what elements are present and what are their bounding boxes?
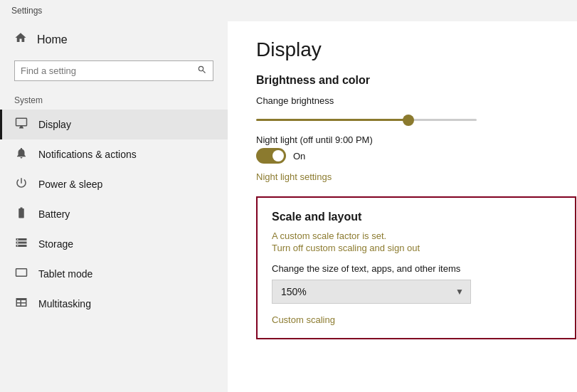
- custom-scale-warning: A custom scale factor is set.: [272, 231, 561, 241]
- storage-icon: [14, 236, 28, 252]
- sidebar-item-multitasking-label: Multitasking: [38, 298, 91, 309]
- sidebar-item-storage[interactable]: Storage: [0, 229, 228, 259]
- sidebar-item-notifications-label: Notifications & actions: [38, 149, 137, 160]
- sidebar-item-display-label: Display: [38, 119, 71, 130]
- sidebar-item-tablet[interactable]: Tablet mode: [0, 259, 228, 289]
- toggle-knob: [272, 150, 284, 161]
- brightness-slider-wrap: [256, 112, 477, 123]
- change-size-label: Change the size of text, apps, and other…: [272, 263, 561, 274]
- main-content: Display Brightness and color Change brig…: [228, 21, 577, 392]
- brightness-slider[interactable]: [256, 119, 477, 121]
- sidebar: Home System Display: [0, 21, 228, 392]
- brightness-section-title: Brightness and color: [256, 74, 549, 87]
- custom-scale-action-link[interactable]: Turn off custom scaling and sign out: [272, 243, 561, 253]
- page-title: Display: [256, 38, 549, 61]
- sidebar-item-battery[interactable]: Battery: [0, 199, 228, 229]
- home-icon: [14, 31, 27, 48]
- app-container: Home System Display: [0, 21, 577, 392]
- display-icon: [14, 117, 28, 132]
- multitasking-icon: [14, 296, 28, 312]
- scale-dropdown-wrap: 100% 125% 150% 175% ▼: [272, 280, 471, 304]
- search-box: [14, 60, 213, 81]
- toggle-label: On: [293, 151, 305, 161]
- sidebar-item-tablet-label: Tablet mode: [38, 268, 92, 280]
- app-title: Settings: [11, 6, 42, 16]
- night-light-row: Night light (off until 9:00 PM): [256, 134, 477, 145]
- sidebar-item-display[interactable]: Display: [0, 110, 228, 139]
- notifications-icon: [14, 147, 28, 162]
- toggle-row: On: [256, 148, 549, 164]
- search-button[interactable]: [191, 61, 213, 80]
- scale-layout-box: Scale and layout A custom scale factor i…: [256, 196, 576, 339]
- night-light-label: Night light (off until 9:00 PM): [256, 134, 373, 145]
- tablet-icon: [14, 266, 28, 282]
- search-input[interactable]: [15, 61, 191, 80]
- sidebar-item-power[interactable]: Power & sleep: [0, 169, 228, 199]
- sidebar-item-multitasking[interactable]: Multitasking: [0, 289, 228, 319]
- sidebar-item-storage-label: Storage: [38, 238, 73, 250]
- title-bar: Settings: [0, 0, 577, 21]
- search-box-wrap: [0, 58, 228, 90]
- power-icon: [14, 176, 28, 192]
- system-label: System: [0, 90, 228, 110]
- brightness-label: Change brightness: [256, 95, 549, 106]
- home-label: Home: [37, 33, 68, 46]
- sidebar-item-battery-label: Battery: [38, 208, 70, 220]
- scale-dropdown[interactable]: 100% 125% 150% 175%: [272, 280, 471, 304]
- scale-layout-title: Scale and layout: [272, 211, 561, 223]
- battery-icon: [14, 206, 28, 222]
- night-light-toggle[interactable]: [256, 148, 286, 164]
- sidebar-home-button[interactable]: Home: [0, 21, 228, 58]
- sidebar-item-notifications[interactable]: Notifications & actions: [0, 139, 228, 169]
- custom-scaling-link[interactable]: Custom scaling: [272, 314, 335, 325]
- sidebar-item-power-label: Power & sleep: [38, 179, 102, 190]
- night-light-settings-link[interactable]: Night light settings: [256, 171, 332, 182]
